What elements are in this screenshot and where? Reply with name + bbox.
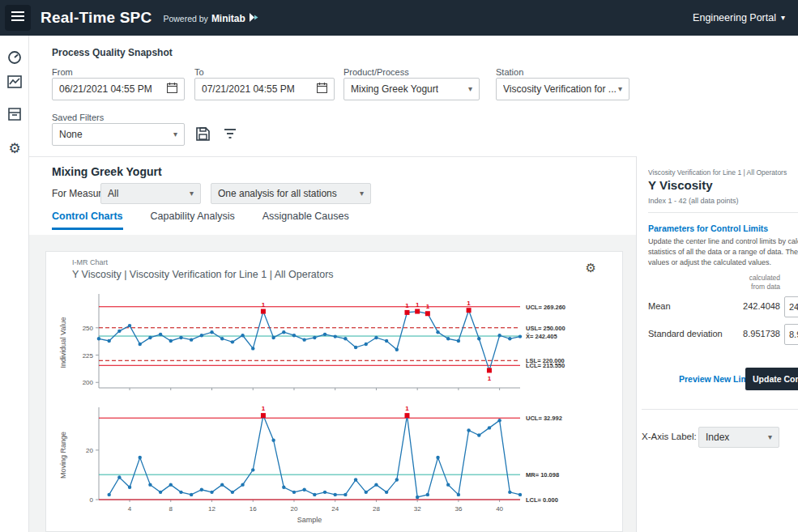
- chart-card: I-MR Chart Y Viscosity | Viscosity Verif…: [45, 251, 623, 532]
- calculated-column-header: calculated from data: [725, 274, 780, 292]
- saved-filters-value: None: [59, 129, 83, 140]
- to-date-value: 07/21/2021 04:55 PM: [202, 83, 295, 95]
- from-date-value: 06/21/2021 04:55 PM: [59, 83, 152, 95]
- station-select[interactable]: Viscosity Verification for ... ▾: [496, 78, 629, 100]
- filter-icon: [224, 129, 237, 143]
- calendar-icon: [167, 83, 177, 96]
- svg-text:40: 40: [496, 505, 503, 513]
- svg-text:1: 1: [262, 301, 266, 309]
- sidebar-item-settings[interactable]: ⚙: [0, 136, 29, 160]
- mean-label: Mean: [648, 301, 671, 311]
- gear-icon: ⚙: [8, 142, 20, 155]
- chart-type-label: I-MR Chart: [72, 258, 108, 266]
- svg-text:1: 1: [416, 301, 420, 309]
- tab-bar: Control Charts Capability Analysis Assig…: [52, 211, 349, 230]
- params-heading: Parameters for Control Limits: [648, 223, 768, 233]
- analysis-value: One analysis for all stations: [218, 188, 337, 199]
- caret-down-icon: ▾: [360, 189, 364, 198]
- svg-text:1: 1: [262, 405, 266, 412]
- svg-text:1: 1: [488, 375, 492, 382]
- chart-area: I-MR Chart Y Viscosity | Viscosity Verif…: [29, 235, 636, 532]
- sidebar-item-products[interactable]: [0, 104, 29, 128]
- update-control-limits-button[interactable]: Update Control Limits: [745, 368, 798, 390]
- svg-text:1: 1: [405, 302, 409, 309]
- tab-capability-analysis[interactable]: Capability Analysis: [151, 211, 235, 230]
- svg-text:200: 200: [83, 379, 94, 386]
- x-axis-value: Index: [706, 432, 729, 443]
- svg-text:Individual Value: Individual Value: [59, 317, 67, 368]
- svg-text:16: 16: [250, 505, 257, 513]
- measure-value: All: [108, 188, 118, 199]
- tab-control-charts[interactable]: Control Charts: [52, 211, 123, 230]
- svg-text:36: 36: [454, 505, 462, 513]
- svg-text:12: 12: [208, 505, 216, 513]
- svg-text:0: 0: [90, 496, 94, 504]
- minitab-logo-icon: [249, 11, 259, 25]
- svg-text:LCL= 215.550: LCL= 215.550: [526, 362, 565, 369]
- portal-menu[interactable]: Engineering Portal ▾: [693, 12, 785, 23]
- sidebar-item-dashboard[interactable]: [0, 47, 29, 71]
- chart-image-icon: [7, 75, 22, 92]
- mean-calculated-value: 242.4048: [711, 301, 780, 311]
- caret-down-icon: ▾: [190, 189, 194, 198]
- tab-assignable-causes[interactable]: Assignable Causes: [262, 211, 349, 230]
- chart-settings-gear-icon[interactable]: ⚙: [586, 262, 596, 274]
- svg-text:32: 32: [414, 505, 421, 513]
- caret-down-icon: ▾: [768, 433, 772, 441]
- station-label: Station: [496, 67, 523, 77]
- caret-down-icon: ▾: [468, 85, 472, 93]
- panel-divider: [642, 409, 798, 410]
- svg-text:MR= 10.098: MR= 10.098: [526, 471, 559, 479]
- panel-divider: [648, 212, 798, 213]
- station-value: Viscosity Verification for ...: [503, 83, 617, 95]
- svg-text:20: 20: [86, 447, 93, 454]
- svg-text:USL= 250.000: USL= 250.000: [526, 325, 565, 332]
- std-dev-input[interactable]: [784, 324, 798, 345]
- std-dev-calculated-value: 8.951738: [711, 329, 780, 338]
- measure-select[interactable]: All ▾: [100, 183, 201, 204]
- caret-down-icon: ▾: [781, 14, 785, 22]
- svg-text:24: 24: [331, 505, 339, 513]
- panel-range-note: Index 1 - 42 (all data points): [648, 197, 739, 205]
- real-time-spc-app: Real-Time SPC Powered by Minitab Enginee…: [0, 0, 798, 532]
- from-label: From: [52, 67, 73, 77]
- gauge-icon: [7, 50, 22, 68]
- moving-range-chart: 020481216202428323640UCL= 32.992MR= 10.0…: [54, 401, 616, 526]
- params-description: Update the center line and control limit…: [648, 236, 798, 268]
- svg-text:1: 1: [467, 300, 471, 307]
- svg-text:20: 20: [291, 505, 298, 513]
- section-title: Process Quality Snapshot: [52, 47, 173, 58]
- product-value: Mixing Greek Yogurt: [351, 83, 438, 95]
- caret-down-icon: ▾: [618, 85, 622, 93]
- app-title: Real-Time SPC: [41, 9, 151, 27]
- svg-text:Sample: Sample: [297, 516, 322, 524]
- save-filter-button[interactable]: [196, 127, 210, 144]
- sidebar-item-charts[interactable]: [0, 71, 29, 96]
- svg-text:28: 28: [373, 505, 380, 513]
- svg-text:225: 225: [83, 352, 94, 360]
- caret-down-icon: ▾: [173, 130, 177, 138]
- product-select[interactable]: Mixing Greek Yogurt ▾: [344, 78, 480, 100]
- product-title: Mixing Greek Yogurt: [52, 165, 162, 178]
- panel-title: Y Viscosity: [648, 178, 713, 192]
- product-label: Product/Process: [344, 67, 409, 77]
- from-date-input[interactable]: 06/21/2021 04:55 PM: [52, 78, 185, 100]
- calendar-icon: [317, 83, 327, 96]
- powered-by-prefix: Powered by: [163, 14, 207, 23]
- header-bar: Real-Time SPC Powered by Minitab Enginee…: [0, 0, 798, 36]
- x-axis-select[interactable]: Index ▾: [698, 427, 779, 448]
- sidebar: ⚙: [0, 36, 29, 532]
- menu-button[interactable]: [5, 5, 31, 31]
- svg-text:UCL= 32.992: UCL= 32.992: [526, 415, 562, 422]
- svg-text:LCL= 0.000: LCL= 0.000: [526, 496, 558, 504]
- filter-button[interactable]: [224, 128, 237, 143]
- panel-context: Viscosity Verification for Line 1 | All …: [648, 168, 796, 177]
- to-label: To: [194, 67, 204, 77]
- svg-text:8: 8: [169, 505, 173, 513]
- save-icon: [196, 130, 210, 143]
- saved-filters-select[interactable]: None ▾: [52, 123, 185, 146]
- svg-text:UCL= 269.260: UCL= 269.260: [526, 304, 565, 311]
- to-date-input[interactable]: 07/21/2021 04:55 PM: [194, 78, 335, 100]
- analysis-select[interactable]: One analysis for all stations ▾: [211, 183, 371, 204]
- mean-input[interactable]: [784, 296, 798, 317]
